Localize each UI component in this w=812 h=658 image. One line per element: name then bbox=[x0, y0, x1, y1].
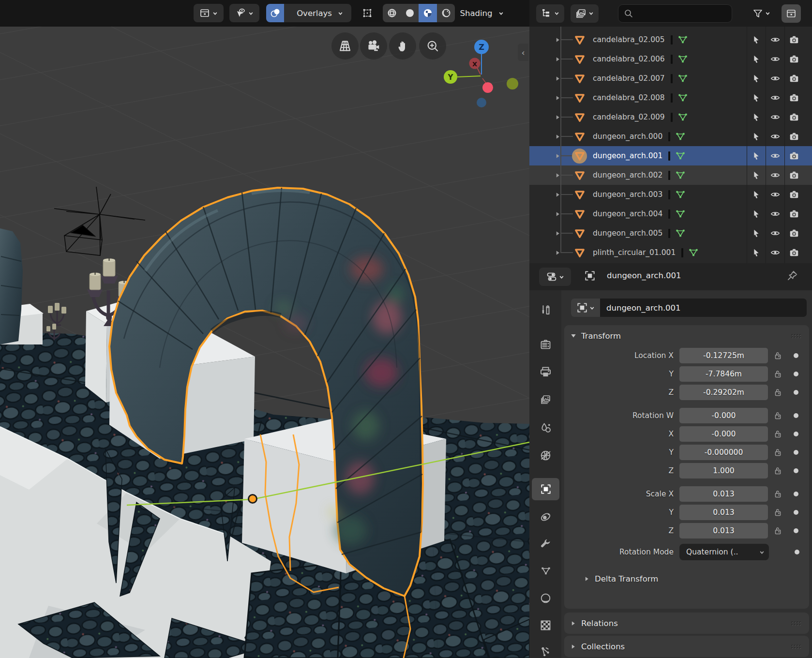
tab-object-data[interactable] bbox=[532, 560, 559, 582]
panel-drag-handle[interactable] bbox=[790, 643, 802, 651]
panel-drag-handle[interactable] bbox=[790, 619, 802, 628]
tab-output[interactable] bbox=[532, 360, 559, 383]
keyframe-dot[interactable] bbox=[794, 492, 798, 496]
expand-arrow-icon[interactable] bbox=[555, 153, 562, 159]
render-visibility-toggle[interactable] bbox=[784, 30, 803, 49]
selectable-toggle[interactable] bbox=[747, 243, 766, 262]
shading-solid-button[interactable] bbox=[401, 4, 419, 22]
visibility-toggle[interactable] bbox=[766, 127, 784, 146]
expand-arrow-icon[interactable] bbox=[555, 75, 562, 82]
visibility-toggle[interactable] bbox=[766, 165, 784, 185]
render-visibility-toggle[interactable] bbox=[784, 69, 803, 88]
keyframe-dot[interactable] bbox=[794, 413, 798, 418]
object-name-field[interactable]: dungeon_arch.001 bbox=[600, 299, 807, 317]
lock-icon[interactable] bbox=[773, 507, 783, 518]
tab-scene[interactable] bbox=[532, 417, 559, 439]
expand-arrow-icon[interactable] bbox=[555, 211, 562, 217]
selectable-toggle[interactable] bbox=[747, 185, 766, 204]
visibility-toggle[interactable] bbox=[766, 69, 784, 88]
outliner-row[interactable]: plinth_circular_01.001 bbox=[529, 243, 812, 262]
selectable-toggle[interactable] bbox=[747, 107, 766, 127]
visibility-toggle[interactable] bbox=[766, 107, 784, 127]
shading-rendered-button[interactable] bbox=[437, 4, 455, 22]
outliner-row[interactable]: dungeon_arch.000 bbox=[529, 127, 812, 146]
outliner-row[interactable]: dungeon_arch.004 bbox=[529, 204, 812, 224]
tab-object[interactable] bbox=[532, 478, 559, 500]
render-visibility-toggle[interactable] bbox=[784, 107, 803, 127]
object-visibility-dropdown[interactable] bbox=[194, 4, 224, 22]
render-visibility-toggle[interactable] bbox=[784, 185, 803, 204]
lock-icon[interactable] bbox=[773, 465, 783, 476]
properties-display-dropdown[interactable] bbox=[539, 268, 571, 286]
keyframe-dot[interactable] bbox=[794, 432, 798, 436]
xray-toggle[interactable] bbox=[358, 4, 376, 22]
relations-panel[interactable]: Relations bbox=[564, 613, 809, 634]
number-field[interactable]: -0.000 bbox=[679, 426, 768, 442]
transform-panel-header[interactable]: Transform bbox=[564, 325, 809, 346]
render-visibility-toggle[interactable] bbox=[784, 88, 803, 107]
expand-arrow-icon[interactable] bbox=[555, 56, 562, 62]
lock-icon[interactable] bbox=[773, 369, 783, 379]
search-input[interactable] bbox=[634, 9, 723, 18]
expand-arrow-icon[interactable] bbox=[555, 192, 562, 198]
visibility-toggle[interactable] bbox=[766, 185, 784, 204]
tab-world[interactable] bbox=[532, 444, 559, 466]
number-field[interactable]: -0.12725m bbox=[679, 348, 768, 363]
outliner-options-button[interactable] bbox=[782, 4, 801, 23]
shading-material-button[interactable] bbox=[419, 4, 437, 22]
selectability-dropdown[interactable] bbox=[229, 4, 259, 22]
shading-dropdown[interactable]: Shading bbox=[459, 4, 505, 22]
selectable-toggle[interactable] bbox=[747, 30, 766, 49]
keyframe-dot[interactable] bbox=[794, 390, 798, 395]
lock-icon[interactable] bbox=[773, 387, 783, 398]
keyframe-dot[interactable] bbox=[794, 372, 798, 376]
visibility-toggle[interactable] bbox=[766, 243, 784, 262]
expand-arrow-icon[interactable] bbox=[555, 172, 562, 179]
expand-arrow-icon[interactable] bbox=[555, 95, 562, 101]
number-field[interactable]: -0.29202m bbox=[679, 385, 768, 400]
expand-arrow-icon[interactable] bbox=[555, 250, 562, 256]
selectable-toggle[interactable] bbox=[747, 69, 766, 88]
tab-modifiers[interactable] bbox=[532, 533, 559, 555]
tab-physics[interactable] bbox=[532, 506, 559, 528]
delta-transform-header[interactable]: Delta Transform bbox=[564, 569, 809, 588]
axis-neg-x-ball[interactable] bbox=[482, 82, 493, 93]
tab-tool[interactable] bbox=[532, 299, 559, 321]
selectable-toggle[interactable] bbox=[747, 146, 766, 165]
tab-material[interactable] bbox=[532, 587, 559, 609]
keyframe-dot[interactable] bbox=[794, 510, 798, 515]
visibility-toggle[interactable] bbox=[766, 204, 784, 224]
lock-icon[interactable] bbox=[773, 410, 783, 421]
keyframe-dot[interactable] bbox=[794, 468, 798, 473]
tab-render[interactable] bbox=[532, 333, 559, 356]
selectable-toggle[interactable] bbox=[747, 49, 766, 69]
render-visibility-toggle[interactable] bbox=[784, 165, 803, 185]
number-field[interactable]: 0.013 bbox=[679, 486, 768, 502]
lock-icon[interactable] bbox=[773, 489, 783, 499]
number-field[interactable]: 0.013 bbox=[679, 505, 768, 520]
outliner-row[interactable]: dungeon_arch.003 bbox=[529, 185, 812, 204]
selectable-toggle[interactable] bbox=[747, 88, 766, 107]
outliner-row[interactable]: dungeon_arch.005 bbox=[529, 224, 812, 243]
toggle-perspective-button[interactable] bbox=[331, 32, 359, 60]
outliner-search[interactable] bbox=[618, 4, 732, 23]
render-visibility-toggle[interactable] bbox=[784, 224, 803, 243]
outliner-row[interactable]: candelabra_02.005 bbox=[529, 30, 812, 49]
keyframe-dot[interactable] bbox=[794, 528, 798, 533]
render-visibility-toggle[interactable] bbox=[784, 146, 803, 165]
lock-icon[interactable] bbox=[773, 525, 783, 536]
pan-view-button[interactable] bbox=[389, 32, 416, 60]
number-field[interactable]: 0.013 bbox=[679, 523, 768, 538]
axis-neg-y-ball[interactable] bbox=[507, 78, 518, 90]
expand-arrow-icon[interactable] bbox=[555, 230, 562, 237]
tab-particles[interactable] bbox=[532, 640, 559, 658]
number-field[interactable]: -7.7846m bbox=[679, 366, 768, 382]
panel-drag-handle[interactable] bbox=[790, 332, 802, 340]
keyframe-dot[interactable] bbox=[794, 450, 798, 455]
visibility-toggle[interactable] bbox=[766, 224, 784, 243]
number-field[interactable]: -0.000000 bbox=[679, 445, 768, 460]
selectable-toggle[interactable] bbox=[747, 224, 766, 243]
outliner-row[interactable]: candelabra_02.008 bbox=[529, 88, 812, 107]
outliner-display-mode-dropdown[interactable] bbox=[536, 4, 564, 23]
filter-dropdown[interactable] bbox=[749, 4, 774, 23]
